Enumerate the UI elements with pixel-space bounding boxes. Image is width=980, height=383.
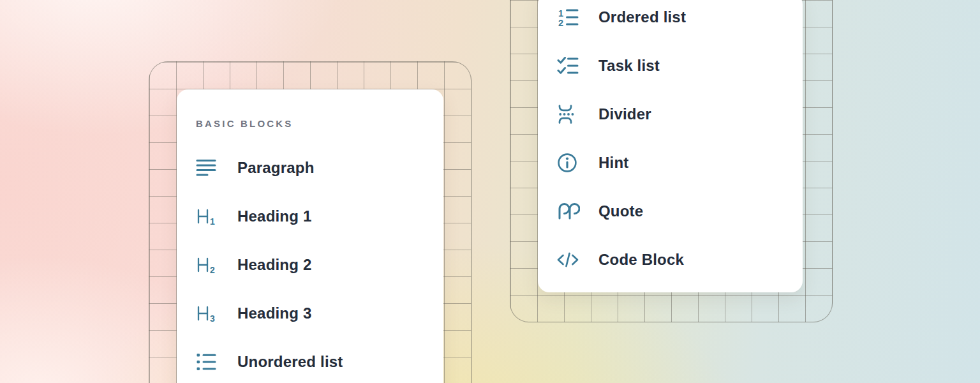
block-menu-basic-blocks: BASIC BLOCKS Paragraph 1 Heading 1 (177, 89, 443, 383)
menu-item-label: Paragraph (237, 159, 315, 177)
menu-item-label: Divider (598, 105, 651, 123)
menu-item-label: Heading 2 (237, 256, 312, 274)
menu-item-quote[interactable]: Quote (538, 187, 803, 236)
heading-3-icon: 3 (196, 304, 219, 323)
svg-text:3: 3 (210, 313, 215, 323)
heading-1-icon: 1 (196, 207, 219, 226)
section-label: BASIC BLOCKS (177, 117, 443, 130)
menu-item-heading-2[interactable]: 2 Heading 2 (177, 241, 443, 289)
svg-text:1: 1 (558, 8, 563, 19)
menu-item-label: Ordered list (598, 8, 686, 26)
task-list-icon (557, 56, 580, 76)
menu-item-heading-1[interactable]: 1 Heading 1 (177, 192, 443, 241)
menu-item-label: Heading 1 (237, 207, 312, 225)
menu-item-divider[interactable]: Divider (538, 90, 803, 139)
background: BASIC BLOCKS Paragraph 1 Heading 1 (0, 0, 980, 383)
svg-text:2: 2 (558, 18, 563, 27)
menu-item-label: Code Block (598, 251, 684, 269)
ordered-list-icon: 1 2 (557, 7, 580, 27)
menu-item-unordered-list[interactable]: Unordered list (177, 338, 443, 383)
menu-item-heading-3[interactable]: 3 Heading 3 (177, 289, 443, 338)
menu-item-paragraph[interactable]: Paragraph (177, 144, 443, 192)
menu-item-task-list[interactable]: Task list (538, 41, 803, 90)
block-menu-more-blocks: 1 2 Ordered list Task list (538, 0, 803, 292)
heading-2-icon: 2 (196, 255, 219, 274)
menu-item-label: Heading 3 (237, 304, 312, 322)
menu-item-label: Unordered list (237, 353, 343, 371)
quote-icon (557, 202, 580, 221)
divider-icon (557, 104, 580, 124)
svg-text:2: 2 (210, 265, 215, 274)
menu-item-label: Quote (598, 202, 643, 220)
menu-item-hint[interactable]: Hint (538, 139, 803, 187)
svg-text:1: 1 (210, 216, 215, 226)
paragraph-icon (196, 158, 219, 177)
code-block-icon (557, 250, 580, 269)
menu-item-label: Task list (598, 57, 660, 75)
menu-item-code-block[interactable]: Code Block (538, 236, 803, 284)
menu-item-ordered-list[interactable]: 1 2 Ordered list (538, 0, 803, 41)
unordered-list-icon (196, 352, 219, 372)
hint-icon (557, 153, 580, 173)
menu-item-label: Hint (598, 154, 628, 172)
